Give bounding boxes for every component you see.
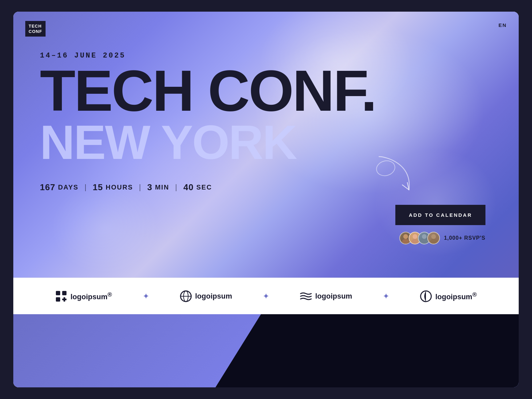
bottom-dark-section xyxy=(215,314,519,387)
sponsor-icon-1 xyxy=(55,290,67,302)
bottom-preview xyxy=(13,314,519,387)
hero-section: TECH CONF EN 14–16 JUNE 2025 TECH CONF. … xyxy=(13,12,519,278)
sponsors-bar: logoipsum® ✦ logoipsum ✦ logoipsum ✦ xyxy=(13,278,519,314)
sponsor-item: logoipsum xyxy=(180,290,232,302)
sponsor-name-2: logoipsum xyxy=(195,292,232,301)
min-number: 3 xyxy=(147,182,152,193)
svg-point-4 xyxy=(411,239,418,244)
hours-label: HOURS xyxy=(106,184,133,191)
add-to-calendar-button[interactable]: ADD TO CALENDAR xyxy=(395,205,485,225)
sponsor-item: logoipsum® xyxy=(420,290,477,302)
sponsor-item: logoipsum xyxy=(300,290,352,302)
days-label: DAYS xyxy=(58,184,78,191)
divider-1: ✦ xyxy=(143,292,149,301)
sep1: | xyxy=(84,183,87,192)
svg-rect-9 xyxy=(56,291,60,295)
hero-cta-area: ADD TO CALENDAR 1,000+ RSV xyxy=(395,205,485,244)
svg-point-6 xyxy=(421,239,428,244)
sponsor-name-1: logoipsum® xyxy=(70,291,112,301)
logo-line1: TECH xyxy=(29,24,42,29)
sponsor-name-3: logoipsum xyxy=(315,292,352,301)
screen-frame: TECH CONF EN 14–16 JUNE 2025 TECH CONF. … xyxy=(13,12,519,387)
conference-title: TECH CONF. xyxy=(40,65,376,116)
svg-point-2 xyxy=(402,239,409,244)
sep2: | xyxy=(139,183,141,192)
svg-point-8 xyxy=(430,239,437,244)
days-number: 167 xyxy=(40,182,55,193)
rsvp-row: 1,000+ RSVP'S xyxy=(399,232,485,244)
logo-line2: CONF xyxy=(29,29,42,34)
rsvp-count: 1,000+ RSVP'S xyxy=(444,235,485,241)
sponsor-icon-3 xyxy=(300,290,312,302)
sec-label: SEC xyxy=(197,184,212,191)
language-selector[interactable]: EN xyxy=(498,22,507,28)
svg-point-5 xyxy=(422,234,427,239)
hours-number: 15 xyxy=(93,182,103,193)
divider-3: ✦ xyxy=(383,292,389,301)
sponsor-icon-2 xyxy=(180,290,192,302)
sep3: | xyxy=(175,183,178,192)
svg-point-7 xyxy=(431,234,436,239)
navigation: TECH CONF EN xyxy=(13,12,519,46)
min-label: MIN xyxy=(155,184,169,191)
svg-point-1 xyxy=(403,234,408,239)
svg-rect-13 xyxy=(62,299,66,300)
logo[interactable]: TECH CONF xyxy=(25,21,46,37)
avatar xyxy=(427,232,440,244)
sponsor-item: logoipsum® xyxy=(55,290,112,302)
avatar-group xyxy=(399,232,440,244)
countdown-timer: 167 DAYS | 15 HOURS | 3 MIN | 40 SEC xyxy=(40,182,376,193)
decorative-arrow xyxy=(359,150,426,211)
svg-point-0 xyxy=(375,159,396,178)
divider-2: ✦ xyxy=(263,292,269,301)
sponsor-name-4: logoipsum® xyxy=(435,291,477,301)
hero-content: 14–16 JUNE 2025 TECH CONF. NEW YORK 167 … xyxy=(40,52,376,193)
svg-rect-11 xyxy=(62,291,66,295)
svg-rect-10 xyxy=(56,297,60,302)
conference-city: NEW YORK xyxy=(40,120,376,166)
sponsor-icon-4 xyxy=(420,290,432,302)
sec-number: 40 xyxy=(184,182,194,193)
svg-point-3 xyxy=(413,234,417,239)
